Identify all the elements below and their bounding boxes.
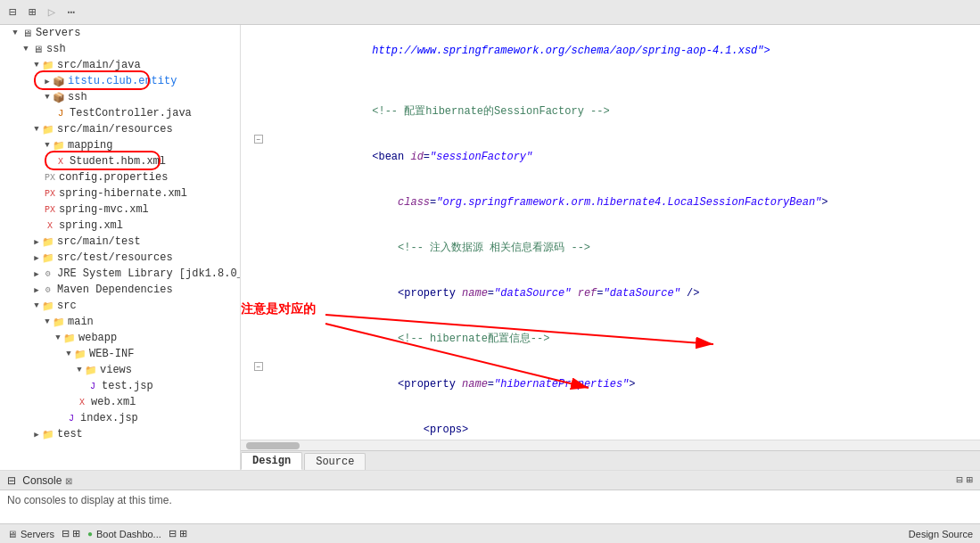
code-text-c1: <!-- 配置hibernate的SessionFactory -->	[269, 89, 973, 135]
boot-icon: ●	[87, 529, 93, 539]
tree-item-main[interactable]: ▼ 📁 main	[0, 314, 240, 330]
tree-label-webapp: webapp	[78, 332, 117, 344]
tree-label-mavendeps: Maven Dependencies	[57, 284, 173, 296]
code-line-bean: − <bean id="sessionFactory"	[248, 135, 973, 180]
code-text-c2: <!-- 注入数据源 相关信息看源码 -->	[269, 226, 973, 271]
status-design-source-label: Design Source	[909, 529, 973, 539]
code-line-hibprops: − <property name="hibernateProperties">	[248, 362, 973, 407]
tree-item-test[interactable]: ▶ 📁 test	[0, 426, 240, 442]
tree-item-springxml[interactable]: X spring.xml	[0, 218, 240, 234]
gutter-bean: −	[248, 135, 269, 144]
tree-item-mapping[interactable]: ▼ 📁 mapping	[0, 137, 240, 153]
toolbar-icon-2[interactable]: ⊞	[23, 4, 41, 21]
code-text-1: http://www.springframework.org/schema/ao…	[269, 29, 973, 74]
tree-label-springmvc: spring-mvc.xml	[59, 203, 149, 216]
tree-label-webxml: web.xml	[91, 396, 136, 408]
editor-area: http://www.springframework.org/schema/ao…	[241, 25, 980, 470]
tree-label-springxml: spring.xml	[59, 219, 123, 232]
tree-label-ssh: ssh	[46, 43, 66, 55]
tree-item-webapp[interactable]: ▼ 📁 webapp	[0, 330, 240, 346]
tree-item-springhibernate[interactable]: PX spring-hibernate.xml	[0, 185, 240, 202]
console-icons: ⊟ ⊞	[957, 473, 973, 487]
tree-item-servers[interactable]: ▼ 🖥 Servers	[0, 25, 240, 41]
tree-item-srctestresources[interactable]: ▶ 📁 src/test/resources	[0, 250, 240, 266]
console-message: No consoles to display at this time.	[7, 494, 172, 506]
tree-label-test: test	[57, 428, 83, 440]
tree-item-ssh[interactable]: ▼ 🖥 ssh	[0, 41, 240, 57]
tree-item-itstuclubentity[interactable]: ▶ 📦 itstu.club.entity	[0, 73, 240, 89]
tree-label-jre: JRE System Library [jdk1.8.0_131]	[57, 267, 241, 280]
code-line-class: class="org.springframework.orm.hibernate…	[248, 180, 973, 226]
console-title-text: Console	[22, 474, 62, 487]
tree-item-srcmainresources[interactable]: ▼ 📁 src/main/resources	[0, 121, 240, 137]
tree-label-testjsp: test.jsp	[102, 380, 153, 392]
status-boot-label: Boot Dashbo...	[96, 529, 161, 539]
status-bar: 🖥 Servers ⊟ ⊞ ● Boot Dashbo... ⊟ ⊞ Desig…	[0, 523, 980, 543]
tree-item-views[interactable]: ▼ 📁 views	[0, 362, 240, 378]
tree-label-studenthbm: Student.hbm.xml	[70, 155, 166, 168]
toolbar-icon-4[interactable]: ⋯	[62, 4, 80, 21]
tree-label-srcmainjava: src/main/java	[57, 59, 141, 71]
code-text-c3: <!-- hibernate配置信息-->	[269, 317, 973, 362]
tree-item-indexjsp[interactable]: J index.jsp	[0, 410, 240, 426]
gutter-hp: −	[248, 362, 269, 371]
tree-label-ssh2: ssh	[68, 91, 87, 103]
tree-label-servers: Servers	[36, 27, 80, 39]
tree-label-srcmaintest: src/main/test	[57, 235, 141, 248]
tree-item-srcmainjava[interactable]: ▼ 📁 src/main/java	[0, 57, 240, 73]
file-tree: ▼ 🖥 Servers ▼ 🖥 ssh ▼ 📁 src/main/java	[0, 25, 241, 470]
tree-item-src[interactable]: ▼ 📁 src	[0, 298, 240, 314]
status-boot-icons: ⊟ ⊞	[169, 528, 187, 539]
console-area: ⊟ Console ⊠ ⊟ ⊞ No consoles to display a…	[0, 470, 980, 523]
tree-item-studenthbm[interactable]: X Student.hbm.xml	[0, 153, 240, 169]
status-servers: 🖥 Servers ⊟ ⊞	[7, 528, 80, 539]
status-boot: ● Boot Dashbo... ⊟ ⊞	[87, 528, 187, 539]
editor-content[interactable]: http://www.springframework.org/schema/ao…	[241, 25, 980, 440]
tab-design[interactable]: Design	[241, 452, 302, 470]
tree-item-webinf[interactable]: ▼ 📁 WEB-INF	[0, 346, 240, 362]
code-line-comment1: <!-- 配置hibernate的SessionFactory -->	[248, 89, 973, 135]
bottom-tabs: Design Source	[241, 450, 980, 470]
top-toolbar: ⊟ ⊞ ▷ ⋯	[0, 0, 980, 25]
collapse-hibprops[interactable]: −	[254, 362, 263, 371]
tab-source[interactable]: Source	[304, 453, 366, 470]
tree-label-springhibernate: spring-hibernate.xml	[59, 187, 187, 200]
tree-item-jre[interactable]: ▶ ⚙ JRE System Library [jdk1.8.0_131]	[0, 266, 240, 282]
code-line-comment3: <!-- hibernate配置信息-->	[248, 317, 973, 362]
tree-item-mavendeps[interactable]: ▶ ⚙ Maven Dependencies	[0, 282, 240, 298]
tree-item-testcontroller[interactable]: J TestController.java	[0, 105, 240, 121]
console-maximize-icon[interactable]: ⊞	[967, 473, 973, 487]
console-header: ⊟ Console ⊠ ⊟ ⊞	[0, 471, 980, 490]
tree-label-webinf: WEB-INF	[89, 348, 134, 360]
tree-label-views: views	[100, 364, 132, 376]
tree-item-configprops[interactable]: PX config.properties	[0, 169, 240, 185]
toolbar-icon-1[interactable]: ⊟	[4, 4, 21, 21]
tree-item-srcmaintest[interactable]: ▶ 📁 src/main/test	[0, 234, 240, 250]
code-text-ds: <property name="dataSource" ref="dataSou…	[269, 271, 973, 317]
tree-label-indexjsp: index.jsp	[80, 412, 138, 424]
console-body: No consoles to display at this time.	[0, 490, 980, 510]
code-line-blank1	[248, 74, 973, 89]
toolbar-icon-3[interactable]: ▷	[43, 4, 61, 21]
code-text-bean: <bean id="sessionFactory"	[269, 135, 973, 180]
server-status-icon: 🖥	[7, 529, 17, 539]
console-subtitle: ⊠	[65, 476, 72, 486]
tree-item-webxml[interactable]: X web.xml	[0, 394, 240, 410]
code-line-1: http://www.springframework.org/schema/ao…	[248, 29, 973, 74]
tree-item-testjsp[interactable]: J test.jsp	[0, 378, 240, 394]
code-line-comment2: <!-- 注入数据源 相关信息看源码 -->	[248, 226, 973, 271]
collapse-bean[interactable]: −	[254, 135, 263, 144]
tree-item-ssh2[interactable]: ▼ 📦 ssh	[0, 89, 240, 105]
h-scrollbar[interactable]	[241, 440, 980, 450]
tree-label-main: main	[68, 316, 94, 328]
tree-item-springmvc[interactable]: PX spring-mvc.xml	[0, 202, 240, 218]
tree-label-mapping: mapping	[68, 139, 112, 152]
code-text-class: class="org.springframework.orm.hibernate…	[269, 180, 973, 226]
tree-label-configprops: config.properties	[59, 171, 168, 184]
console-minimize-icon[interactable]: ⊟	[957, 473, 963, 487]
tree-label-src: src	[57, 300, 77, 312]
middle-area: ▼ 🖥 Servers ▼ 🖥 ssh ▼ 📁 src/main/java	[0, 25, 980, 470]
tree-label-srctestresources: src/test/resources	[57, 251, 173, 264]
code-line-datasource: <property name="dataSource" ref="dataSou…	[248, 271, 973, 317]
tree-label-srcmainresources: src/main/resources	[57, 123, 173, 136]
